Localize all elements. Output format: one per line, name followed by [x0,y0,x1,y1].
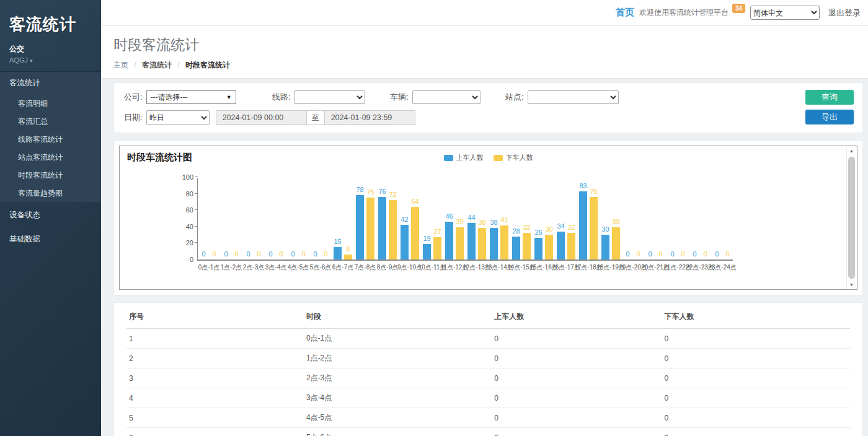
table-cell: 6 [126,428,304,436]
chart-vertical-scrollbar[interactable]: ▲ ▼ [846,147,856,289]
date-start-input[interactable] [216,110,307,125]
bar-alighting[interactable]: 72 [389,200,397,259]
bar-alighting[interactable]: 76 [590,197,598,259]
query-button[interactable]: 查询 [805,90,854,105]
bar-boarding[interactable]: 15 [334,247,342,259]
bar-value-label: 39 [612,218,619,225]
bar-alighting[interactable]: 41 [500,225,508,259]
bar-boarding[interactable]: 34 [557,232,565,259]
sidebar-item-device-status[interactable]: 设备状态 [0,203,101,227]
scroll-up-icon[interactable]: ▲ [847,149,856,153]
legend-item[interactable]: 上车人数 [444,153,484,162]
bar-group: 00 [220,177,242,259]
table-cell: 0 [492,428,662,436]
bar-boarding[interactable]: 46 [445,222,453,259]
sidebar-item-station-flow-stats[interactable]: 站点客流统计 [0,149,101,167]
bar-alighting[interactable]: 39 [612,227,620,259]
bar-boarding[interactable]: 44 [467,223,476,259]
scrollbar-thumb[interactable] [848,157,855,279]
bar-boarding[interactable]: 26 [534,238,542,259]
chart-panel: 时段车流统计图 上车人数下车人数 020406080100000点-1点001点… [113,140,863,295]
bar-value-label: 83 [579,182,587,190]
sidebar-item-passenger-stats[interactable]: 客流统计 [0,72,101,95]
col-index: 序号 [126,304,304,329]
company-label: 公司: [124,92,143,103]
sidebar-item-line-flow-stats[interactable]: 线路客流统计 [0,131,101,149]
station-select[interactable] [528,90,619,104]
table-cell: 2 [126,349,304,368]
bar-alighting[interactable]: 64 [411,207,419,259]
sidebar-item-base-data[interactable]: 基础数据 [0,227,101,251]
legend-swatch [494,155,503,161]
breadcrumb-section[interactable]: 客流统计 [142,61,172,69]
org-code-dropdown[interactable]: AQGJ ▾ [0,54,101,71]
home-link[interactable]: 首页 [616,7,634,19]
bar-alighting[interactable]: 32 [523,233,531,259]
table-cell: 0 [492,388,662,408]
line-select[interactable] [294,90,365,104]
table-row: 43点-4点00 [126,388,850,408]
bar-boarding[interactable]: 28 [512,237,520,259]
bar-boarding[interactable]: 38 [490,228,498,259]
bar-boarding[interactable]: 19 [423,244,431,259]
table-cell: 3点-4点 [304,388,492,408]
chart-box: 时段车流统计图 上车人数下车人数 020406080100000点-1点001点… [119,146,857,290]
bar-group: 7672 [376,177,399,259]
bar-group: 00 [265,177,287,259]
bar-value-label: 0 [636,250,640,258]
bar-value-label: 44 [467,214,475,221]
bar-alighting[interactable]: 38 [478,228,486,259]
logout-link[interactable]: 退出登录 [828,7,861,19]
bar-group: 4438 [466,177,488,259]
sidebar-item-flow-detail[interactable]: 客流明细 [0,95,101,113]
table-row: 65点-6点00 [126,428,850,436]
vehicle-select[interactable] [412,90,480,104]
bar-alighting[interactable]: 27 [433,237,441,259]
bar-value-label: 0 [246,250,250,258]
bar-boarding[interactable]: 76 [378,197,386,259]
notification-badge[interactable]: 34 [732,4,745,13]
date-preset-select[interactable]: 昨日 [146,110,210,125]
bar-value-label: 0 [291,250,294,258]
filter-panel: 公司: ---请选择--- ▼ 线路: 车辆: 站点: 日期: 昨日 至 [113,82,863,133]
company-select[interactable]: ---请选择--- ▼ [146,90,236,104]
bar-boarding[interactable]: 83 [579,191,587,259]
bar-group: 00 [644,177,666,259]
sidebar-item-period-flow-stats[interactable]: 时段客流统计 [0,167,101,185]
scroll-down-icon[interactable]: ▼ [847,282,856,287]
org-name: 公交 [0,35,101,54]
bar-alighting[interactable]: 32 [567,233,575,259]
bar-group: 3432 [555,177,577,259]
app-brand: 客流统计 [0,0,101,35]
dropdown-arrow-icon: ▼ [226,94,232,100]
bar-value-label: 26 [534,229,542,236]
bar-alighting[interactable]: 30 [545,235,553,259]
bar-boarding[interactable]: 30 [601,235,609,259]
bar-value-label: 0 [268,250,272,258]
language-select[interactable]: 简体中文 [750,6,820,20]
bar-value-label: 38 [490,219,497,226]
sidebar-item-flow-summary[interactable]: 客流汇总 [0,113,101,131]
col-period: 时段 [304,304,492,329]
x-axis-label: 2点-3点 [242,263,265,272]
legend-item[interactable]: 下车人数 [494,153,533,162]
breadcrumb-home[interactable]: 主页 [113,61,128,69]
bar-alighting[interactable]: 39 [456,227,464,259]
y-axis-tick-label: 60 [175,206,193,214]
table-cell: 0 [662,408,850,428]
x-axis-label: 1点-2点 [220,263,242,272]
sidebar-item-flow-trend-chart[interactable]: 客流量趋势图 [0,185,101,203]
bar-boarding[interactable]: 78 [356,195,364,259]
bar-alighting[interactable]: 6 [344,255,352,259]
chevron-down-icon: ▾ [30,58,33,64]
bar-value-label: 0 [681,250,684,258]
bar-boarding[interactable]: 42 [401,225,409,259]
date-end-input[interactable] [324,110,415,125]
bar-value-label: 0 [324,250,327,258]
bar-group: 3039 [600,177,622,259]
table-cell: 0 [492,349,662,368]
export-button[interactable]: 导出 [805,110,854,124]
bar-group: 00 [622,177,644,259]
bar-alighting[interactable]: 75 [366,198,374,259]
bar-group: 2832 [510,177,533,259]
